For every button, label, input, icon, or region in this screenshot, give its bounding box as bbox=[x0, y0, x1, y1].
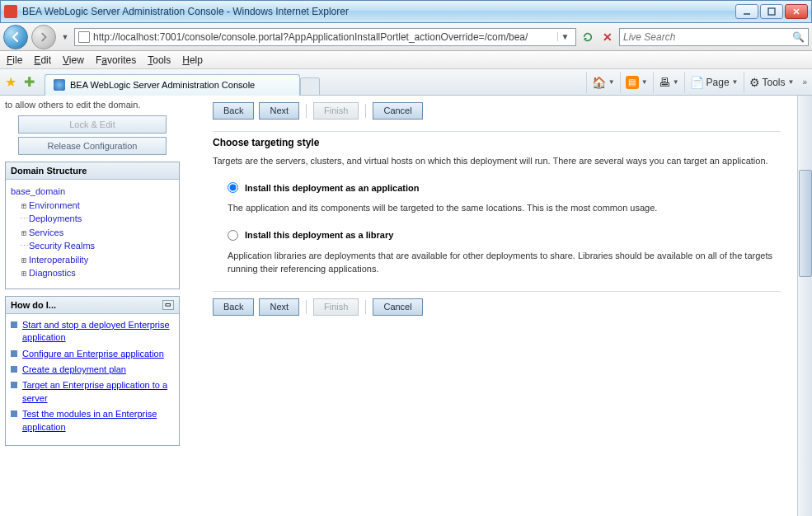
tree-leaf-icon: ⋯ bbox=[19, 239, 29, 253]
finish-button-bottom: Finish bbox=[313, 298, 359, 316]
release-config-button[interactable]: Release Configuration bbox=[18, 137, 167, 155]
menu-help[interactable]: Help bbox=[182, 54, 203, 66]
stop-button[interactable]: ✕ bbox=[599, 29, 616, 45]
app-icon bbox=[4, 5, 17, 18]
forward-nav-button[interactable] bbox=[31, 25, 56, 49]
section-intro: Targets are the servers, clusters, and v… bbox=[213, 155, 781, 167]
menu-favorites[interactable]: Favorites bbox=[96, 54, 136, 66]
sidebar: to allow others to edit the domain. Lock… bbox=[0, 96, 185, 516]
howdoi-panel: How do I...▭ Start and stop a deployed E… bbox=[5, 296, 180, 446]
svg-rect-1 bbox=[768, 8, 775, 15]
domain-structure-panel: Domain Structure base_domain ⊞Environmen… bbox=[5, 162, 180, 289]
ie-icon bbox=[54, 79, 65, 91]
bullet-icon bbox=[11, 366, 17, 373]
section-heading: Choose targeting style bbox=[213, 137, 781, 148]
lock-edit-button[interactable]: Lock & Edit bbox=[18, 115, 167, 134]
next-button-bottom[interactable]: Next bbox=[259, 298, 299, 316]
search-icon[interactable]: 🔍 bbox=[792, 31, 805, 43]
menu-edit[interactable]: Edit bbox=[34, 54, 51, 66]
tree-item-interop[interactable]: Interoperability bbox=[29, 253, 88, 267]
howdoi-link-2[interactable]: Create a deployment plan bbox=[22, 364, 126, 376]
recent-dropdown[interactable]: ▼ bbox=[59, 33, 71, 41]
tree-leaf-icon: ⋯ bbox=[19, 212, 29, 226]
howdoi-link-1[interactable]: Configure an Enterprise application bbox=[22, 348, 164, 360]
scrollbar-thumb[interactable] bbox=[799, 170, 812, 277]
change-center-text: to allow others to edit the domain. bbox=[5, 99, 180, 110]
browser-navbar: ▼ ▼ ✕ 🔍 bbox=[0, 23, 812, 51]
tree-root[interactable]: base_domain bbox=[11, 185, 65, 199]
cancel-button-bottom[interactable]: Cancel bbox=[373, 298, 422, 316]
expand-icon[interactable]: ⊞ bbox=[19, 227, 29, 239]
add-favorite-icon[interactable]: ✚ bbox=[20, 73, 38, 91]
collapse-icon[interactable]: ▭ bbox=[162, 300, 174, 310]
window-titlebar: BEA WebLogic Server Administration Conso… bbox=[0, 0, 812, 23]
opt1-desc: The application and its components will … bbox=[228, 201, 781, 215]
tab-title: BEA WebLogic Server Administration Conso… bbox=[70, 80, 255, 90]
tree-item-services[interactable]: Services bbox=[29, 226, 63, 240]
home-icon: 🏠 bbox=[592, 76, 606, 89]
refresh-button[interactable] bbox=[580, 29, 596, 45]
feeds-button[interactable]: ▤▼ bbox=[620, 72, 653, 93]
minimize-button[interactable] bbox=[735, 4, 758, 19]
maximize-button[interactable] bbox=[760, 4, 783, 19]
address-bar[interactable]: ▼ bbox=[74, 28, 576, 46]
expand-icon[interactable]: ⊞ bbox=[19, 254, 29, 266]
address-dropdown[interactable]: ▼ bbox=[557, 32, 572, 41]
wizard-buttons-bottom: Back Next Finish Cancel bbox=[213, 298, 781, 316]
next-button[interactable]: Next bbox=[259, 102, 299, 120]
tree-item-security[interactable]: Security Realms bbox=[29, 239, 95, 253]
howdoi-link-3[interactable]: Target an Enterprise application to a se… bbox=[22, 379, 174, 405]
expand-icon[interactable]: ⊞ bbox=[19, 199, 29, 212]
bullet-icon bbox=[11, 350, 17, 357]
finish-button: Finish bbox=[313, 102, 359, 120]
new-tab-button[interactable] bbox=[300, 77, 320, 96]
page-icon bbox=[78, 31, 90, 43]
radio-install-app[interactable] bbox=[228, 182, 238, 193]
howdoi-link-0[interactable]: Start and stop a deployed Enterprise app… bbox=[22, 319, 174, 345]
gear-icon: ⚙ bbox=[749, 76, 760, 89]
command-bar: ★ ✚ BEA WebLogic Server Administration C… bbox=[0, 69, 812, 96]
menu-view[interactable]: View bbox=[63, 54, 84, 66]
cancel-button[interactable]: Cancel bbox=[373, 102, 422, 120]
rss-icon: ▤ bbox=[626, 76, 639, 89]
print-icon: 🖶 bbox=[659, 76, 670, 89]
radio-install-lib[interactable] bbox=[228, 230, 238, 241]
close-button[interactable] bbox=[785, 4, 808, 19]
radio-install-lib-label[interactable]: Install this deployment as a library bbox=[245, 230, 393, 240]
menubar: File Edit View Favorites Tools Help bbox=[0, 51, 812, 69]
search-input[interactable] bbox=[623, 31, 792, 43]
url-input[interactable] bbox=[93, 31, 557, 43]
overflow-chevron[interactable]: » bbox=[799, 77, 810, 87]
wizard-buttons-top: Back Next Finish Cancel bbox=[213, 102, 781, 120]
menu-file[interactable]: File bbox=[7, 54, 22, 66]
vertical-scrollbar[interactable] bbox=[797, 96, 812, 516]
back-button[interactable]: Back bbox=[213, 102, 254, 120]
menu-tools[interactable]: Tools bbox=[148, 54, 171, 66]
favorites-icon[interactable]: ★ bbox=[2, 73, 20, 91]
back-button-bottom[interactable]: Back bbox=[213, 298, 254, 316]
bullet-icon bbox=[11, 382, 17, 388]
home-button[interactable]: 🏠▼ bbox=[586, 72, 620, 93]
tree-item-diag[interactable]: Diagnostics bbox=[29, 266, 76, 280]
opt2-desc: Application libraries are deployments th… bbox=[228, 249, 781, 276]
howdoi-header: How do I...▭ bbox=[6, 297, 179, 314]
howdoi-link-4[interactable]: Test the modules in an Enterprise applic… bbox=[22, 408, 174, 434]
page-menu[interactable]: 📄Page▼ bbox=[684, 72, 744, 93]
print-button[interactable]: 🖶▼ bbox=[653, 72, 684, 93]
tree-item-deployments[interactable]: Deployments bbox=[29, 212, 82, 226]
radio-install-app-label[interactable]: Install this deployment as an applicatio… bbox=[245, 183, 420, 193]
page-menu-icon: 📄 bbox=[690, 76, 704, 89]
tree-item-environment[interactable]: Environment bbox=[29, 199, 80, 213]
back-nav-button[interactable] bbox=[3, 25, 28, 49]
tools-menu[interactable]: ⚙Tools▼ bbox=[744, 72, 800, 93]
bullet-icon bbox=[11, 321, 17, 328]
domain-structure-header: Domain Structure bbox=[6, 162, 179, 180]
bullet-icon bbox=[11, 410, 17, 417]
search-box[interactable]: 🔍 bbox=[619, 28, 809, 46]
main-content: Back Next Finish Cancel Choose targeting… bbox=[185, 96, 797, 516]
expand-icon[interactable]: ⊞ bbox=[19, 267, 29, 279]
domain-tree: base_domain ⊞Environment ⋯Deployments ⊞S… bbox=[11, 185, 174, 280]
browser-tab[interactable]: BEA WebLogic Server Administration Conso… bbox=[45, 74, 300, 96]
window-title: BEA WebLogic Server Administration Conso… bbox=[22, 6, 735, 17]
